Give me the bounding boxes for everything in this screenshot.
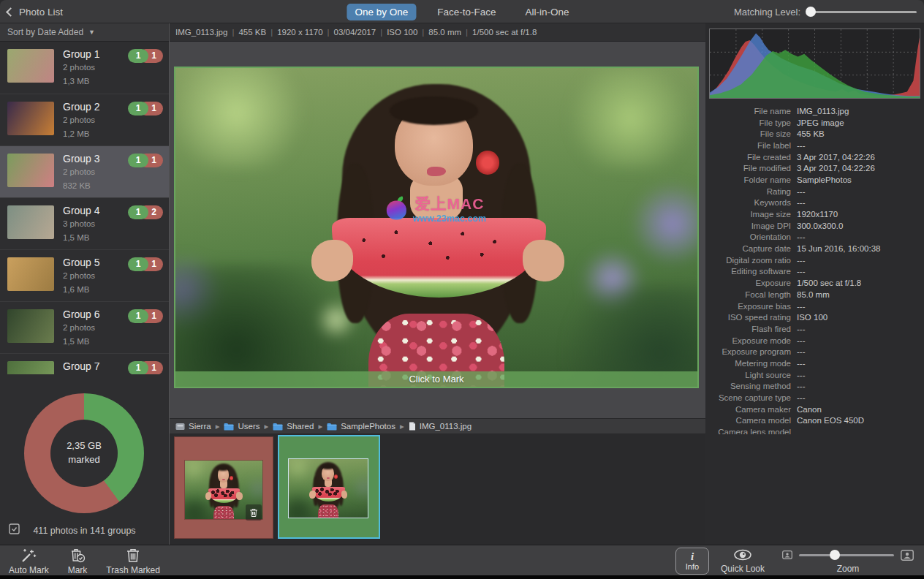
watermark-title: 爱上MAC	[413, 193, 486, 213]
metadata-value: ---	[797, 267, 806, 276]
metadata-label: Exposure program	[705, 347, 791, 356]
keep-count-badge: 1	[128, 309, 148, 323]
metadata-value: ---	[797, 187, 806, 196]
group-row[interactable]: Group 43 photos1,5 MB21	[0, 197, 169, 249]
metadata-value: ---	[797, 371, 806, 379]
trash-marked-button[interactable]: Trash Marked	[106, 548, 160, 575]
metadata-value: Canon EOS 450D	[797, 416, 864, 425]
quick-look-button[interactable]: Quick Look	[721, 548, 765, 574]
group-thumbnail	[7, 154, 54, 187]
photo-content	[175, 68, 697, 387]
metadata-label: Folder name	[705, 175, 791, 184]
breadcrumb-item[interactable]: SamplePhotos	[327, 422, 395, 431]
info-button[interactable]: i Info	[675, 548, 709, 575]
breadcrumb-label: Sierra	[189, 422, 211, 431]
group-size: 1,3 MB	[63, 76, 163, 88]
eye-icon	[732, 548, 754, 562]
chevron-left-icon	[6, 7, 15, 17]
group-thumbnail	[7, 102, 54, 135]
metadata-label: Focal length	[705, 290, 791, 299]
meta-separator: |	[327, 28, 330, 37]
metadata-row: Folder nameSamplePhotos	[705, 174, 924, 186]
trash-overlay-icon[interactable]	[246, 504, 262, 521]
metadata-label: File modified	[705, 164, 791, 173]
metadata-row: Scene capture type---	[705, 392, 924, 404]
breadcrumb-label: Users	[238, 422, 260, 431]
folder-icon	[224, 423, 234, 431]
tab-one-by-one[interactable]: One by One	[346, 4, 416, 20]
sort-dropdown[interactable]: Sort by Date Added ▼	[0, 23, 169, 42]
metadata-value: ---	[797, 232, 806, 241]
tab-all-in-one[interactable]: All-in-One	[518, 4, 578, 20]
stats-section: 2,35 GB marked 411 photos in 141 groups	[0, 374, 169, 545]
metadata-value: 3 Apr 2017, 04:22:26	[797, 164, 875, 173]
zoom-slider[interactable]	[799, 554, 894, 556]
group-row[interactable]: Group 72 photos11	[0, 353, 169, 374]
group-row[interactable]: Group 62 photos1,5 MB11	[0, 301, 169, 353]
breadcrumb-item[interactable]: Sierra	[175, 422, 211, 431]
metadata-row: File created3 Apr 2017, 04:22:26	[705, 151, 924, 163]
marked-size: 2,35 GB	[67, 439, 102, 453]
rgb-histogram	[709, 29, 920, 99]
meta-part: 455 KB	[238, 28, 266, 37]
click-to-mark-bar[interactable]: Click to Mark	[175, 371, 697, 387]
group-row[interactable]: Group 52 photos1,6 MB11	[0, 249, 169, 301]
marked-word: marked	[68, 453, 99, 467]
group-row[interactable]: Group 22 photos1,2 MB11	[0, 94, 169, 145]
metadata-row: File modified3 Apr 2017, 04:22:26	[705, 162, 924, 174]
magic-wand-icon	[19, 548, 38, 564]
breadcrumb-item[interactable]: IMG_0113.jpg	[409, 422, 472, 431]
info-panel: File nameIMG_0113.jpgFile typeJPEG image…	[705, 23, 924, 434]
mark-button[interactable]: Mark	[68, 548, 88, 575]
metadata-label: ISO speed rating	[705, 313, 791, 322]
back-button[interactable]: Photo List	[7, 0, 63, 23]
breadcrumb-item[interactable]: Shared	[273, 422, 314, 431]
metadata-row: File label---	[705, 140, 924, 151]
donut-center-label: 2,35 GB marked	[50, 420, 118, 487]
top-toolbar: Photo List One by One Face-to-Face All-i…	[0, 0, 924, 23]
metadata-value: ---	[797, 141, 806, 150]
matching-level-knob[interactable]	[806, 7, 816, 17]
breadcrumb-label: Shared	[287, 422, 314, 431]
metadata-label: Light source	[705, 371, 791, 379]
matching-level-slider[interactable]	[807, 11, 917, 13]
metadata-value: Canon	[797, 405, 822, 414]
metadata-label: Exposure	[705, 279, 791, 287]
zoom-knob[interactable]	[830, 550, 840, 560]
large-image-icon	[901, 550, 914, 561]
group-row[interactable]: Group 12 photos1,3 MB11	[0, 42, 169, 94]
keep-count-badge: 1	[128, 257, 148, 271]
meta-part: 85.0 mm	[428, 28, 461, 37]
metadata-row: Focal length85.0 mm	[705, 289, 924, 300]
metadata-row: Flash fired---	[705, 323, 924, 335]
main-photo[interactable]: 爱上MAC www.23mac.com Click to Mark	[174, 67, 699, 388]
meta-part: ISO 100	[387, 28, 417, 37]
group-photo-count: 3 photos	[63, 219, 163, 230]
meta-separator: |	[270, 28, 273, 37]
metadata-value: JPEG image	[797, 118, 844, 127]
tab-face-to-face[interactable]: Face-to-Face	[429, 4, 504, 20]
metadata-value: ---	[797, 198, 806, 207]
keep-count-badge: 1	[128, 49, 148, 63]
trash-marked-label: Trash Marked	[106, 565, 160, 575]
group-row[interactable]: Group 32 photos832 KB11	[0, 145, 169, 197]
metadata-label: File name	[705, 107, 791, 116]
watermark: 爱上MAC www.23mac.com	[387, 193, 486, 223]
auto-mark-button[interactable]: Auto Mark	[9, 548, 49, 575]
group-thumbnail	[7, 361, 54, 374]
metadata-row: Camera modelCanon EOS 450D	[705, 415, 924, 427]
thumbnail-keep-selected[interactable]	[278, 435, 380, 539]
group-size: 1,5 MB	[63, 336, 163, 348]
metadata-label: Camera maker	[705, 405, 791, 414]
metadata-row: Editing software---	[705, 266, 924, 278]
metadata-label: File type	[705, 118, 791, 127]
metadata-label: Capture date	[705, 244, 791, 253]
metadata-value: ---	[797, 393, 806, 402]
keep-trash-badge: 11	[128, 102, 163, 116]
metadata-value: ---	[797, 302, 806, 311]
metadata-label: Sensing method	[705, 382, 791, 390]
thumbnail-marked-trash[interactable]	[174, 436, 273, 539]
keep-trash-badge: 11	[128, 154, 163, 167]
breadcrumb-item[interactable]: Users	[224, 422, 260, 431]
breadcrumb-arrow-icon: ▶	[318, 423, 322, 430]
